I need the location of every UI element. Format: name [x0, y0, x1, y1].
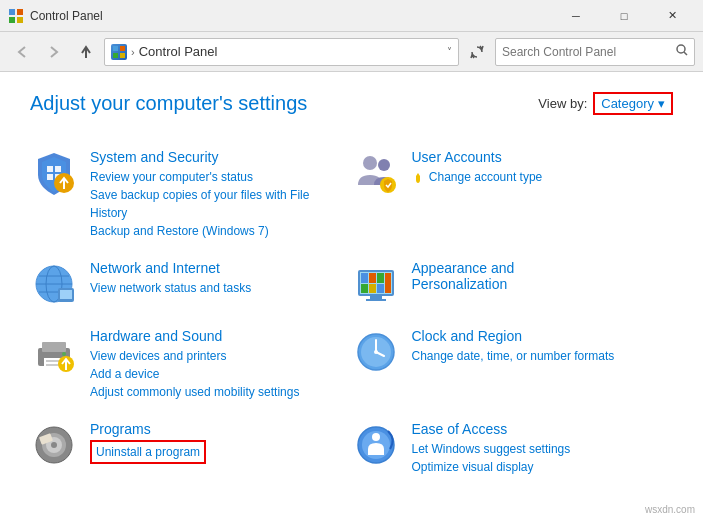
hardware-sound-icon	[30, 328, 78, 376]
programs-info: Programs Uninstall a program	[90, 421, 342, 464]
svg-rect-35	[377, 284, 384, 293]
hardware-link-2[interactable]: Add a device	[90, 365, 342, 383]
user-accounts-link-1[interactable]: Change account type	[412, 168, 664, 186]
svg-rect-26	[60, 290, 72, 299]
svg-rect-32	[377, 273, 384, 283]
address-chevron[interactable]: ˅	[447, 46, 452, 57]
system-security-info: System and Security Review your computer…	[90, 149, 342, 240]
view-by-value: Category	[601, 96, 654, 111]
svg-point-9	[677, 45, 685, 53]
ease-link-1[interactable]: Let Windows suggest settings	[412, 440, 664, 458]
watermark: wsxdn.com	[645, 504, 695, 515]
page-title: Adjust your computer's settings	[30, 92, 307, 115]
forward-button[interactable]	[40, 38, 68, 66]
svg-rect-12	[55, 166, 61, 172]
maximize-button[interactable]: □	[601, 0, 647, 32]
svg-point-17	[363, 156, 377, 170]
search-input[interactable]	[502, 45, 676, 59]
ease-link-2[interactable]: Optimize visual display	[412, 458, 664, 476]
network-title[interactable]: Network and Internet	[90, 260, 342, 276]
clock-info: Clock and Region Change date, time, or n…	[412, 328, 664, 365]
system-security-title[interactable]: System and Security	[90, 149, 342, 165]
network-internet-icon	[30, 260, 78, 308]
svg-rect-31	[369, 273, 376, 283]
category-programs: Programs Uninstall a program	[30, 411, 352, 486]
dropdown-chevron: ▾	[658, 96, 665, 111]
programs-title[interactable]: Programs	[90, 421, 342, 437]
window-title: Control Panel	[30, 9, 553, 23]
back-button[interactable]	[8, 38, 36, 66]
network-info: Network and Internet View network status…	[90, 260, 342, 297]
ease-title[interactable]: Ease of Access	[412, 421, 664, 437]
svg-rect-6	[120, 46, 125, 51]
svg-rect-3	[17, 17, 23, 23]
svg-rect-0	[9, 9, 15, 15]
category-appearance: Appearance andPersonalization	[352, 250, 674, 318]
svg-rect-38	[366, 299, 386, 301]
svg-rect-27	[63, 300, 69, 302]
page-header: Adjust your computer's settings View by:…	[30, 92, 673, 115]
appearance-icon	[352, 260, 400, 308]
clock-title[interactable]: Clock and Region	[412, 328, 664, 344]
user-accounts-info: User Accounts Change account type	[412, 149, 664, 186]
category-ease-of-access: Ease of Access Let Windows suggest setti…	[352, 411, 674, 486]
network-link-1[interactable]: View network status and tasks	[90, 279, 342, 297]
appearance-title[interactable]: Appearance andPersonalization	[412, 260, 664, 292]
close-button[interactable]: ✕	[649, 0, 695, 32]
svg-rect-2	[9, 17, 15, 23]
programs-icon	[30, 421, 78, 469]
title-bar: Control Panel ─ □ ✕	[0, 0, 703, 32]
category-user-accounts: User Accounts Change account type	[352, 139, 674, 250]
address-text: Control Panel	[139, 44, 443, 59]
svg-point-59	[372, 433, 380, 441]
hardware-info: Hardware and Sound View devices and prin…	[90, 328, 342, 401]
hardware-link-1[interactable]: View devices and printers	[90, 347, 342, 365]
refresh-button[interactable]	[463, 38, 491, 66]
address-separator: ›	[131, 46, 135, 58]
address-bar[interactable]: › Control Panel ˅	[104, 38, 459, 66]
minimize-button[interactable]: ─	[553, 0, 599, 32]
search-box[interactable]	[495, 38, 695, 66]
address-bar-icon	[111, 44, 127, 60]
clock-region-icon	[352, 328, 400, 376]
clock-link-1[interactable]: Change date, time, or number formats	[412, 347, 664, 365]
ease-of-access-icon	[352, 421, 400, 469]
up-button[interactable]	[72, 38, 100, 66]
user-accounts-title[interactable]: User Accounts	[412, 149, 664, 165]
category-network-internet: Network and Internet View network status…	[30, 250, 352, 318]
category-system-security: System and Security Review your computer…	[30, 139, 352, 250]
window-controls: ─ □ ✕	[553, 0, 695, 32]
system-security-link-2[interactable]: Save backup copies of your files with Fi…	[90, 186, 342, 222]
svg-rect-36	[385, 273, 391, 293]
system-security-link-3[interactable]: Backup and Restore (Windows 7)	[90, 222, 342, 240]
svg-rect-40	[42, 342, 66, 352]
svg-point-18	[378, 159, 390, 171]
svg-point-44	[62, 352, 66, 356]
view-by-label: View by:	[538, 96, 587, 111]
main-content: Adjust your computer's settings View by:…	[0, 72, 703, 521]
programs-uninstall-link[interactable]: Uninstall a program	[90, 440, 206, 464]
appearance-info: Appearance andPersonalization	[412, 260, 664, 295]
svg-point-51	[374, 350, 378, 354]
svg-rect-8	[120, 53, 125, 58]
svg-rect-13	[47, 174, 53, 180]
user-accounts-icon	[352, 149, 400, 197]
system-security-icon	[30, 149, 78, 197]
svg-rect-11	[47, 166, 53, 172]
search-icon[interactable]	[676, 44, 688, 59]
svg-rect-1	[17, 9, 23, 15]
view-by-dropdown[interactable]: Category ▾	[593, 92, 673, 115]
category-clock-region: Clock and Region Change date, time, or n…	[352, 318, 674, 411]
system-security-link-1[interactable]: Review your computer's status	[90, 168, 342, 186]
svg-rect-33	[361, 284, 368, 293]
ease-info: Ease of Access Let Windows suggest setti…	[412, 421, 664, 476]
nav-bar: › Control Panel ˅	[0, 32, 703, 72]
svg-rect-34	[369, 284, 376, 293]
svg-rect-30	[361, 273, 368, 283]
svg-rect-7	[113, 53, 118, 58]
svg-point-55	[51, 442, 57, 448]
view-by-control: View by: Category ▾	[538, 92, 673, 115]
hardware-link-3[interactable]: Adjust commonly used mobility settings	[90, 383, 342, 401]
hardware-title[interactable]: Hardware and Sound	[90, 328, 342, 344]
svg-rect-5	[113, 46, 118, 51]
